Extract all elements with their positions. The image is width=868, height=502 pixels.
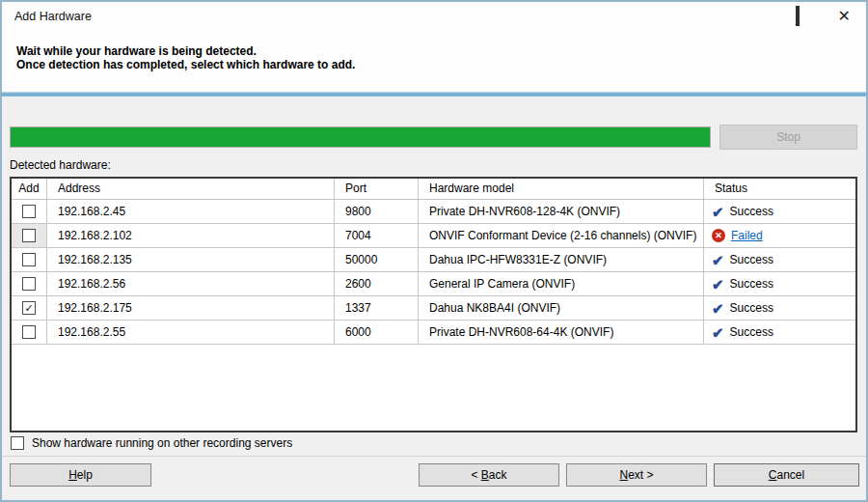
- window-controls: ✕: [757, 2, 851, 31]
- maximize-icon: [796, 6, 800, 26]
- table-header-row: Add Address Port Hardware model Status: [12, 179, 855, 200]
- close-icon: ✕: [838, 8, 851, 24]
- show-other-servers-label: Show hardware running on other recording…: [32, 436, 292, 450]
- table-row[interactable]: 192.168.2.45 9800 Private DH-NVR608-128-…: [12, 200, 855, 224]
- status-success: ✔ Success: [712, 296, 773, 320]
- status-text: Success: [730, 321, 773, 344]
- table-row[interactable]: 192.168.2.135 50000 Dahua IPC-HFW8331E-Z…: [12, 248, 855, 272]
- model-cell: Dahua IPC-HFW8331E-Z (ONVIF): [419, 248, 704, 272]
- table-row[interactable]: 192.168.2.55 6000 Private DH-NVR608-64-4…: [12, 321, 855, 345]
- window-title: Add Hardware: [14, 10, 92, 23]
- status-cell: ✔ Success: [704, 321, 855, 345]
- column-header-hardware-model[interactable]: Hardware model: [419, 179, 704, 200]
- detection-progress-bar: [10, 126, 711, 148]
- add-cell: [12, 224, 47, 248]
- table-row[interactable]: ✓ 192.168.2.175 1337 Dahua NK8BA4I (ONVI…: [12, 296, 855, 321]
- row-checkbox[interactable]: [22, 205, 36, 218]
- success-check-icon: ✔: [712, 301, 724, 316]
- help-button[interactable]: Help: [10, 463, 151, 487]
- status-text: Success: [730, 272, 773, 295]
- address-cell: 192.168.2.56: [47, 272, 335, 296]
- table-row[interactable]: 192.168.2.102 7004 ONVIF Conformant Devi…: [12, 224, 855, 248]
- column-header-port[interactable]: Port: [335, 179, 419, 200]
- close-button[interactable]: ✕: [838, 8, 851, 25]
- status-success: ✔ Success: [712, 248, 773, 271]
- table-body: 192.168.2.45 9800 Private DH-NVR608-128-…: [12, 200, 855, 345]
- address-cell: 192.168.2.135: [47, 248, 335, 272]
- add-cell: [12, 200, 47, 224]
- failed-link[interactable]: Failed: [731, 224, 763, 247]
- status-cell: ✕ Failed: [704, 224, 855, 248]
- status-cell: ✔ Success: [704, 200, 855, 224]
- row-checkbox[interactable]: [22, 325, 36, 339]
- stop-button-label: Stop: [776, 130, 800, 144]
- port-cell: 6000: [335, 321, 419, 345]
- cancel-button[interactable]: Cancel: [714, 463, 859, 487]
- status-text: Success: [730, 296, 773, 320]
- add-cell: ✓: [12, 296, 47, 321]
- model-cell: Dahua NK8BA4I (ONVIF): [419, 296, 704, 321]
- status-failed: ✕ Failed: [712, 224, 763, 247]
- wizard-instructions: Wait while your hardware is being detect…: [16, 44, 355, 71]
- port-cell: 2600: [335, 272, 419, 296]
- table-row[interactable]: 192.168.2.56 2600 General IP Camera (ONV…: [12, 272, 855, 296]
- port-cell: 7004: [335, 224, 419, 248]
- failed-x-icon: ✕: [712, 229, 725, 242]
- address-cell: 192.168.2.175: [47, 296, 335, 321]
- model-cell: Private DH-NVR608-128-4K (ONVIF): [419, 200, 704, 224]
- model-cell: General IP Camera (ONVIF): [419, 272, 704, 296]
- success-check-icon: ✔: [712, 253, 724, 267]
- column-header-status[interactable]: Status: [704, 179, 855, 200]
- success-check-icon: ✔: [712, 277, 724, 292]
- show-other-servers-row: Show hardware running on other recording…: [11, 436, 292, 450]
- port-cell: 9800: [335, 200, 419, 224]
- port-cell: 50000: [335, 248, 419, 272]
- address-cell: 192.168.2.55: [47, 321, 335, 345]
- titlebar: Add Hardware ✕: [2, 2, 866, 31]
- detected-hardware-label: Detected hardware:: [10, 158, 111, 172]
- row-checkbox[interactable]: [22, 229, 36, 242]
- instruction-line-1: Wait while your hardware is being detect…: [16, 44, 355, 58]
- status-cell: ✔ Success: [704, 296, 855, 321]
- status-success: ✔ Success: [712, 272, 773, 295]
- stop-button[interactable]: Stop: [719, 125, 857, 150]
- status-success: ✔ Success: [712, 200, 773, 223]
- next-button[interactable]: Next >: [566, 463, 707, 487]
- show-other-servers-checkbox[interactable]: [11, 436, 24, 450]
- detection-progress-fill: [11, 127, 710, 147]
- column-header-add[interactable]: Add: [12, 179, 47, 200]
- maximize-button[interactable]: [796, 8, 800, 25]
- header-separator: [2, 92, 866, 97]
- row-checkbox[interactable]: ✓: [22, 301, 36, 315]
- port-cell: 1337: [335, 296, 419, 321]
- model-cell: ONVIF Conformant Device (2-16 channels) …: [419, 224, 704, 248]
- success-check-icon: ✔: [712, 205, 724, 219]
- model-cell: Private DH-NVR608-64-4K (ONVIF): [419, 321, 704, 345]
- add-cell: [12, 321, 47, 345]
- status-text: Success: [730, 248, 773, 271]
- status-success: ✔ Success: [712, 321, 773, 344]
- status-cell: ✔ Success: [704, 248, 855, 272]
- add-cell: [12, 272, 47, 296]
- address-cell: 192.168.2.102: [47, 224, 335, 248]
- footer-divider: [2, 456, 866, 457]
- status-cell: ✔ Success: [704, 272, 855, 296]
- success-check-icon: ✔: [712, 325, 724, 340]
- back-button[interactable]: < Back: [419, 463, 559, 487]
- instruction-line-2: Once detection has completed, select whi…: [16, 58, 355, 71]
- row-checkbox[interactable]: [22, 253, 36, 266]
- address-cell: 192.168.2.45: [47, 200, 335, 224]
- dialog-header-area: Add Hardware ✕ Wait while your hardware …: [2, 2, 866, 92]
- row-checkbox[interactable]: [22, 277, 36, 291]
- add-hardware-dialog: Add Hardware ✕ Wait while your hardware …: [0, 0, 868, 502]
- status-text: Success: [730, 200, 773, 223]
- add-cell: [12, 248, 47, 272]
- detected-hardware-table: Add Address Port Hardware model Status 1…: [10, 177, 857, 432]
- column-header-address[interactable]: Address: [47, 179, 335, 200]
